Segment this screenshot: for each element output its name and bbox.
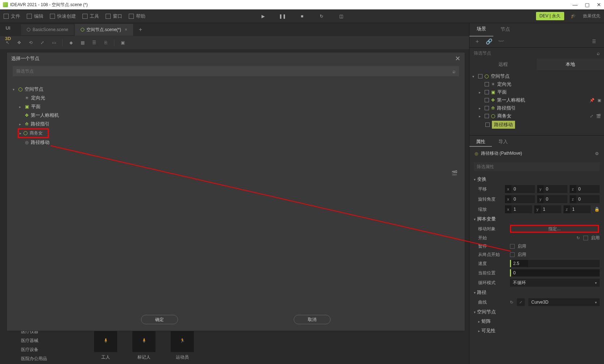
tab-spatial-scene[interactable]: 空间节点.scene(*)×	[75, 24, 133, 36]
visibility-icon[interactable]	[478, 74, 482, 78]
speed-value[interactable]: 2.5	[510, 260, 528, 267]
tree-node-path[interactable]: ▸⟰路径指引	[13, 120, 459, 128]
assign-target-field[interactable]: 指定...	[510, 225, 599, 233]
asset-item[interactable]: 🧍标记人	[132, 329, 156, 360]
rotate-y[interactable]: y0	[537, 195, 567, 203]
tree-node-plane[interactable]: ▸▣平面	[13, 102, 459, 111]
rect-tool-icon[interactable]: ▭	[51, 39, 57, 46]
capture-button[interactable]: ◫	[339, 14, 344, 19]
minimize-button[interactable]: —	[573, 2, 578, 8]
refresh-icon[interactable]: ↻	[577, 236, 580, 240]
st-plane[interactable]: ▸▣平面	[472, 88, 601, 96]
tab-add-button[interactable]: +	[134, 26, 147, 33]
refresh-icon[interactable]: ↻	[510, 300, 513, 305]
menu-tools[interactable]: 工具	[82, 13, 99, 20]
visibility-icon[interactable]	[485, 123, 490, 127]
panel-tab-node[interactable]: 节点	[493, 22, 517, 36]
reload-button[interactable]: ↻	[319, 14, 324, 19]
pin-icon[interactable]: 📌	[590, 98, 595, 103]
asset-item[interactable]: 🏃运动员	[171, 329, 194, 360]
visibility-icon[interactable]	[485, 98, 489, 102]
rail-ui-button[interactable]: UI	[6, 25, 10, 31]
section-transform[interactable]: ▾变换	[474, 175, 600, 184]
scale-y[interactable]: y1	[534, 205, 561, 213]
move-tool-icon[interactable]: ✥	[16, 39, 22, 46]
visibility-icon[interactable]	[485, 114, 489, 118]
from-end-checkbox[interactable]	[510, 252, 515, 257]
perf-mode[interactable]: 效果优先	[583, 13, 600, 19]
tree-node-woman-highlighted[interactable]: ▸商务女	[18, 128, 49, 138]
camera-tool-icon[interactable]: ▣	[119, 39, 126, 46]
section-path[interactable]: ▾路径	[474, 288, 600, 297]
props-tab-properties[interactable]: 属性	[469, 136, 492, 147]
asset-cat[interactable]: 医疗器械	[21, 338, 47, 344]
menu-icon[interactable]: ☰	[592, 39, 599, 44]
grid-tool-icon[interactable]: ▦	[79, 39, 86, 46]
speed-slider[interactable]	[528, 260, 600, 267]
scale-z[interactable]: z1	[563, 205, 591, 213]
visibility-icon[interactable]	[485, 106, 489, 110]
stop-button[interactable]: ■	[299, 14, 305, 19]
dialog-search-input[interactable]	[16, 69, 452, 74]
translate-y[interactable]: y0	[537, 185, 567, 193]
tree-node-camera[interactable]: ✥第一人称相机	[13, 111, 459, 120]
menu-quick-create[interactable]: 快速创建	[50, 13, 76, 20]
curve-dropdown[interactable]: Curve3D▾	[528, 298, 600, 306]
tab-basic-scene[interactable]: BasicScene.scene	[21, 24, 74, 35]
expand-icon[interactable]: ⤢	[590, 114, 593, 119]
visibility-icon[interactable]	[485, 90, 489, 94]
dialog-ok-button[interactable]: 确定	[141, 315, 178, 324]
asset-cat[interactable]: 医院办公用品	[21, 356, 47, 362]
dialog-close-button[interactable]: ✕	[455, 55, 460, 63]
tree-node-light[interactable]: ☀定向光	[13, 94, 459, 102]
menu-edit[interactable]: 编辑	[27, 13, 43, 20]
close-button[interactable]: ✕	[597, 2, 601, 8]
start-checkbox[interactable]	[583, 236, 588, 240]
translate-z[interactable]: z0	[570, 185, 600, 193]
section-matrix[interactable]: ▸矩阵	[474, 317, 600, 326]
add-icon[interactable]: ＋	[475, 38, 480, 45]
maximize-button[interactable]: ▢	[585, 2, 590, 8]
tree-node-root[interactable]: ▾空间节点	[13, 85, 459, 94]
rotate-tool-icon[interactable]: ⟲	[27, 39, 34, 46]
loop-dropdown[interactable]: 不循环▾	[510, 279, 600, 287]
st-light[interactable]: ☀定向光	[472, 80, 601, 88]
prop-search-input[interactable]	[474, 162, 600, 171]
menu-help[interactable]: 帮助	[129, 13, 145, 20]
settings-icon[interactable]: ⚙	[595, 151, 599, 156]
st-root[interactable]: ▾空间节点	[472, 72, 601, 80]
subtab-remote[interactable]: 远程	[469, 59, 537, 70]
snap-tool-icon[interactable]: ◆	[68, 39, 74, 46]
section-script-vars[interactable]: ▾脚本变量	[474, 214, 600, 224]
subtab-local[interactable]: 本地	[537, 59, 604, 70]
path-icon[interactable]: 〰	[498, 38, 504, 44]
tab-close-button[interactable]: ×	[125, 27, 127, 32]
st-woman[interactable]: ▸商务女⤢🎬	[472, 112, 601, 120]
lock-icon[interactable]: 🔒	[593, 207, 600, 212]
play-button[interactable]: ▶	[260, 14, 265, 19]
clapper-icon[interactable]: 🎬	[451, 170, 458, 176]
pause-checkbox[interactable]	[510, 244, 515, 249]
section-visibility[interactable]: ▸可见性	[474, 326, 600, 335]
visibility-icon[interactable]	[485, 82, 489, 86]
link-icon[interactable]: 🔗	[486, 38, 493, 45]
tree-node-pathmove[interactable]: ◎路径移动	[13, 138, 459, 147]
props-tab-import[interactable]: 导入	[492, 136, 514, 147]
link-tool-icon[interactable]: ⎘	[102, 39, 109, 46]
cur-pos-field[interactable]: 0	[510, 269, 600, 277]
panel-tab-scene[interactable]: 场景	[469, 22, 493, 37]
curve-icon[interactable]: ⟋	[517, 298, 525, 306]
scale-x[interactable]: x1	[505, 205, 532, 213]
dialog-search[interactable]: ⌕	[13, 66, 459, 76]
asset-cat[interactable]: 医疗设备	[21, 347, 47, 353]
rail-3d-button[interactable]: 3D	[5, 36, 11, 41]
st-pathmove-selected[interactable]: 路径移动	[472, 120, 601, 129]
pause-button[interactable]: ❚❚	[280, 14, 285, 19]
grad-cap-icon[interactable]: 🎓	[571, 13, 577, 19]
translate-x[interactable]: x0	[505, 185, 535, 193]
menu-file[interactable]: 文件	[4, 13, 20, 20]
rotate-z[interactable]: z0	[570, 195, 600, 203]
open-icon[interactable]: 🎬	[596, 114, 601, 119]
menu-window[interactable]: 窗口	[106, 13, 122, 20]
scene-search-input[interactable]	[474, 51, 597, 56]
